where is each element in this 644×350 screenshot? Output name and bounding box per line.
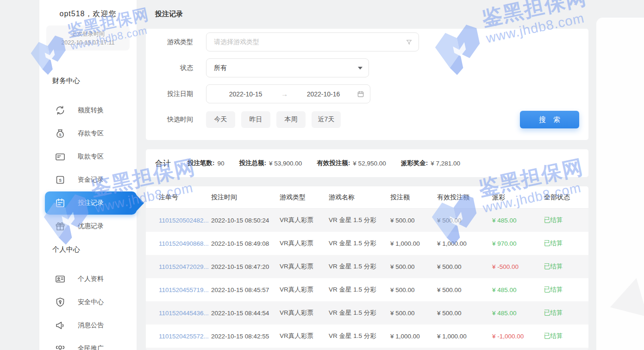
table-row: 1101520502482...2022-10-15 08:50:24VR真人彩…: [146, 209, 588, 232]
status-badge: 已结算: [544, 239, 588, 248]
order-no-link[interactable]: 1101520455719...: [159, 286, 211, 293]
section-label: 个人中心: [52, 245, 137, 255]
profile-icon: [55, 274, 66, 285]
calendar-icon[interactable]: [357, 90, 364, 98]
summary-card: 合计 投注笔数:90投注总额:¥ 53,900.00有效投注额:¥ 52,950…: [146, 149, 588, 177]
status-label: 状态: [155, 64, 193, 72]
bet-amount: ¥ 500.00: [390, 217, 437, 224]
game-type: VR真人彩票: [280, 239, 329, 248]
sidebar-item-label: 投注记录: [78, 199, 104, 207]
summary-item: 投注笔数:90: [188, 159, 225, 167]
game-type-label: 游戏类型: [155, 38, 193, 46]
sidebar-item-withdraw[interactable]: 取款专区: [39, 145, 137, 168]
date-range-arrow-icon: →: [279, 90, 290, 98]
right-panel: [596, 18, 644, 350]
funds-icon: S: [55, 174, 66, 185]
sidebar-item-transfer[interactable]: 额度转换: [39, 99, 137, 122]
payout-amount: ¥ 970.00: [492, 240, 544, 247]
summary-item: 投注总额:¥ 53,900.00: [239, 159, 302, 167]
bet-time: 2022-10-15 08:42:55: [211, 333, 280, 340]
payout-amount: ¥ -1,000.00: [492, 333, 544, 340]
order-no-link[interactable]: 1101520490868...: [159, 240, 211, 247]
sidebar-item-deposit[interactable]: S存款专区: [39, 122, 137, 145]
game-name: VR 金星 1.5 分彩: [329, 332, 390, 340]
quick-range-button[interactable]: 昨日: [241, 111, 270, 128]
sidebar-item-label: 个人资料: [78, 275, 104, 283]
sidebar-item-funds[interactable]: S资金记录: [39, 168, 137, 191]
sidebar-item-label: 额度转换: [78, 106, 104, 115]
status-badge: 已结算: [544, 262, 588, 271]
order-no-link[interactable]: 1101520502482...: [159, 217, 211, 224]
game-name: VR 金星 1.5 分彩: [329, 216, 390, 224]
summary-item-value: ¥ 7,281.00: [431, 160, 460, 167]
sidebar-menu: 个人资料安全中心消息公告全民推广: [39, 267, 137, 350]
welcome-text: opt518，欢迎您: [39, 9, 137, 19]
quick-range-button[interactable]: 今天: [206, 111, 235, 128]
svg-text:S: S: [59, 133, 61, 137]
transfer-icon: [55, 105, 66, 116]
payout-amount: ¥ 485.00: [492, 217, 544, 224]
game-name: VR 金星 1.5 分彩: [329, 262, 390, 271]
summary-item: 派彩奖金:¥ 7,281.00: [401, 159, 460, 167]
page-title: 投注记录: [155, 10, 183, 19]
order-no-link[interactable]: 1101520425572...: [159, 333, 211, 340]
sidebar-item-label: 消息公告: [78, 321, 104, 330]
date-range-input[interactable]: 2022-10-15 → 2022-10-16: [206, 84, 370, 103]
sidebar-item-promo[interactable]: 优惠记录: [39, 215, 137, 238]
table-header-row: 注单号投注时间游戏类型游戏名称投注额有效投注额派彩全部状态: [146, 186, 588, 209]
summary-item-label: 派彩奖金:: [401, 159, 428, 167]
game-name: VR 金星 1.5 分彩: [329, 286, 390, 294]
bet-time: 2022-10-15 08:44:54: [211, 310, 280, 317]
bet-time: 2022-10-15 08:49:08: [211, 240, 280, 247]
sidebar-item-bet-record[interactable]: 投注记录: [45, 191, 137, 215]
game-name: VR 金星 1.5 分彩: [329, 309, 390, 317]
game-type-select[interactable]: 请选择游戏类型: [206, 32, 419, 51]
faint-watermark-shape: [604, 278, 644, 326]
table-row: 1101520445436...2022-10-15 08:44:54VR真人彩…: [146, 301, 588, 325]
summary-item-label: 投注总额:: [239, 159, 267, 167]
sidebar-item-announcement[interactable]: 消息公告: [39, 314, 137, 337]
bet-time: 2022-10-15 08:47:20: [211, 263, 280, 270]
column-header: 全部状态: [544, 193, 588, 202]
table-row-partial: [146, 348, 588, 350]
valid-bet-amount: ¥ 500.00: [437, 286, 492, 293]
sidebar-item-label: 存款专区: [78, 129, 104, 138]
game-type: VR真人彩票: [280, 216, 329, 224]
bet-amount: ¥ 500.00: [390, 310, 437, 317]
quick-range-group: 今天昨日本周近7天: [206, 111, 347, 128]
last-login-label: 上次登录时间: [71, 30, 105, 38]
bet-amount: ¥ 1,000.00: [390, 240, 437, 247]
bet-amount: ¥ 500.00: [390, 286, 437, 293]
filter-card: 游戏类型 请选择游戏类型 状态 所有 投注日期 2022-10-15 → 202…: [146, 29, 588, 140]
filter-funnel-icon: [406, 38, 413, 45]
game-type-placeholder: 请选择游戏类型: [214, 38, 259, 46]
summary-item-value: 90: [218, 160, 225, 167]
order-no-link[interactable]: 1101520472029...: [159, 263, 211, 270]
status-badge: 已结算: [544, 216, 588, 224]
valid-bet-amount: ¥ 500.00: [437, 263, 492, 270]
status-badge: 已结算: [544, 286, 588, 294]
main-content: 投注记录 游戏类型 请选择游戏类型 状态 所有 投注日期 2022-10-15 …: [146, 0, 588, 350]
summary-item-value: ¥ 53,900.00: [269, 160, 302, 167]
column-header: 派彩: [492, 193, 544, 202]
date-label: 投注日期: [155, 90, 193, 98]
status-badge: 已结算: [544, 309, 588, 317]
quick-range-button[interactable]: 近7天: [312, 111, 341, 128]
sidebar-item-security[interactable]: 安全中心: [39, 291, 137, 314]
status-select[interactable]: 所有: [206, 58, 369, 77]
sidebar-menu: 额度转换S存款专区取款专区S资金记录投注记录优惠记录: [39, 99, 137, 238]
section-label: 财务中心: [52, 76, 137, 86]
withdraw-icon: [55, 151, 66, 162]
sidebar-item-referral[interactable]: 全民推广: [39, 337, 137, 350]
search-button[interactable]: 搜 索: [520, 111, 579, 128]
quick-range-button[interactable]: 本周: [276, 111, 306, 128]
column-header: 注单号: [159, 193, 211, 202]
last-login-time: 2022-10-15 07:17:11: [61, 39, 114, 46]
order-no-link[interactable]: 1101520445436...: [159, 310, 211, 317]
valid-bet-amount: ¥ 500.00: [437, 217, 492, 224]
referral-icon: [55, 343, 66, 350]
summary-total-label: 合计: [155, 158, 171, 169]
security-icon: [55, 297, 66, 308]
column-header: 有效投注额: [437, 193, 492, 202]
sidebar-item-profile[interactable]: 个人资料: [39, 267, 137, 291]
